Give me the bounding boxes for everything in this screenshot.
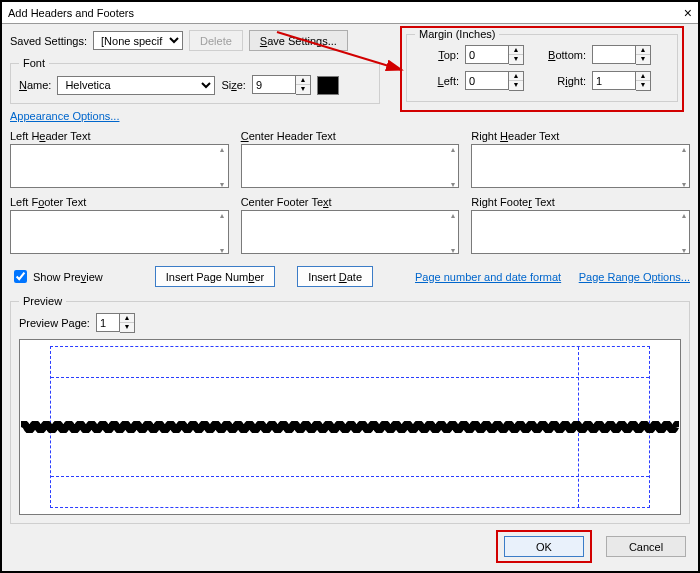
chevron-up-icon[interactable]: ▲: [636, 46, 650, 55]
font-legend: Font: [19, 57, 49, 69]
chevron-down-icon[interactable]: ▼: [636, 81, 650, 90]
chevron-up-icon[interactable]: ▲: [509, 46, 523, 55]
chevron-down-icon[interactable]: ▾: [217, 180, 228, 189]
chevron-up-icon[interactable]: ▴: [678, 211, 689, 220]
chevron-up-icon[interactable]: ▴: [678, 145, 689, 154]
font-color-swatch[interactable]: [317, 76, 339, 95]
chevron-up-icon[interactable]: ▲: [296, 76, 310, 85]
right-footer-textarea[interactable]: [471, 210, 690, 254]
chevron-up-icon[interactable]: ▴: [217, 211, 228, 220]
saved-settings-select[interactable]: [None specified]: [93, 31, 183, 50]
chevron-down-icon[interactable]: ▼: [296, 85, 310, 94]
save-settings-label-rest: ave Settings...: [267, 35, 337, 47]
center-header-textarea[interactable]: [241, 144, 460, 188]
left-header-textarea[interactable]: [10, 144, 229, 188]
insert-page-number-button[interactable]: Insert Page Number: [155, 266, 275, 287]
page-tear-decoration: [21, 421, 679, 433]
preview-page-input[interactable]: [96, 313, 120, 332]
margin-left-input[interactable]: [465, 71, 509, 90]
preview-page-spinner[interactable]: ▲▼: [96, 313, 135, 333]
delete-button: Delete: [189, 30, 243, 51]
preview-legend: Preview: [19, 295, 66, 307]
right-header-label: Right Header Text: [471, 130, 690, 142]
font-name-label: Name:: [19, 79, 51, 91]
margin-top-input[interactable]: [465, 45, 509, 64]
chevron-down-icon[interactable]: ▼: [509, 55, 523, 64]
page-range-options-link[interactable]: Page Range Options...: [579, 271, 690, 283]
left-footer-label: Left Footer Text: [10, 196, 229, 208]
ok-button[interactable]: OK: [504, 536, 584, 557]
preview-canvas: [19, 339, 681, 515]
center-footer-label: Center Footer Text: [241, 196, 460, 208]
margin-right-label: Right:: [530, 75, 586, 87]
chevron-down-icon[interactable]: ▾: [678, 246, 689, 255]
chevron-down-icon[interactable]: ▾: [447, 246, 458, 255]
insert-date-button[interactable]: Insert Date: [297, 266, 373, 287]
chevron-up-icon[interactable]: ▴: [447, 145, 458, 154]
chevron-down-icon[interactable]: ▼: [120, 323, 134, 332]
font-group: Font Name: Helvetica Size: ▲▼: [10, 57, 380, 104]
font-size-spinner[interactable]: ▲▼: [252, 75, 311, 95]
font-size-label: Size:: [221, 79, 245, 91]
close-icon[interactable]: ×: [684, 5, 692, 21]
margin-legend: Margin (Inches): [415, 28, 499, 40]
save-settings-button[interactable]: Save Settings...: [249, 30, 348, 51]
show-preview-checkbox[interactable]: Show Preview: [10, 267, 103, 286]
margin-bottom-spinner[interactable]: ▲▼: [592, 45, 651, 65]
center-footer-textarea[interactable]: [241, 210, 460, 254]
center-header-label: Center Header Text: [241, 130, 460, 142]
margin-highlight-box: Margin (Inches) Top: ▲▼ Bottom: ▲▼ Left:…: [400, 26, 684, 112]
chevron-up-icon[interactable]: ▴: [447, 211, 458, 220]
spinner-buttons[interactable]: ▲▼: [296, 75, 311, 95]
dialog-footer: OK Cancel: [496, 530, 686, 563]
chevron-up-icon[interactable]: ▲: [509, 72, 523, 81]
appearance-options-link[interactable]: Appearance Options...: [10, 110, 119, 122]
chevron-down-icon[interactable]: ▼: [509, 81, 523, 90]
margin-left-spinner[interactable]: ▲▼: [465, 71, 524, 91]
page-number-date-format-link[interactable]: Page number and date format: [415, 271, 561, 283]
dialog-title: Add Headers and Footers: [8, 7, 134, 19]
ok-highlight-box: OK: [496, 530, 592, 563]
font-name-select[interactable]: Helvetica: [57, 76, 215, 95]
margin-bottom-label: Bottom:: [530, 49, 586, 61]
left-header-label: Left Header Text: [10, 130, 229, 142]
preview-page-label: Preview Page:: [19, 317, 90, 329]
cancel-button[interactable]: Cancel: [606, 536, 686, 557]
margin-right-spinner[interactable]: ▲▼: [592, 71, 651, 91]
chevron-up-icon[interactable]: ▲: [120, 314, 134, 323]
margin-left-label: Left:: [415, 75, 459, 87]
right-header-textarea[interactable]: [471, 144, 690, 188]
margin-bottom-input[interactable]: [592, 45, 636, 64]
chevron-up-icon[interactable]: ▴: [217, 145, 228, 154]
preview-group: Preview Preview Page: ▲▼: [10, 295, 690, 524]
margin-top-spinner[interactable]: ▲▼: [465, 45, 524, 65]
chevron-down-icon[interactable]: ▾: [217, 246, 228, 255]
chevron-down-icon[interactable]: ▼: [636, 55, 650, 64]
right-footer-label: Right Footer Text: [471, 196, 690, 208]
show-preview-label: Show Preview: [33, 271, 103, 283]
saved-settings-label: Saved Settings:: [10, 35, 87, 47]
chevron-up-icon[interactable]: ▲: [636, 72, 650, 81]
font-size-input[interactable]: [252, 75, 296, 94]
chevron-down-icon[interactable]: ▾: [678, 180, 689, 189]
chevron-down-icon[interactable]: ▾: [447, 180, 458, 189]
margin-top-label: Top:: [415, 49, 459, 61]
margin-group: Margin (Inches) Top: ▲▼ Bottom: ▲▼ Left:…: [406, 34, 678, 102]
left-footer-textarea[interactable]: [10, 210, 229, 254]
dialog-add-headers-footers: Add Headers and Footers × Saved Settings…: [0, 0, 700, 573]
margin-right-input[interactable]: [592, 71, 636, 90]
titlebar: Add Headers and Footers ×: [2, 2, 698, 24]
